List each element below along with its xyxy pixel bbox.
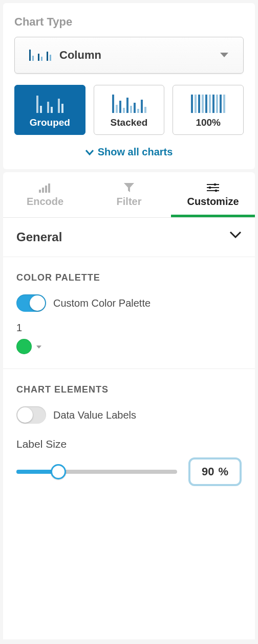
color-swatch-picker[interactable] xyxy=(16,339,242,354)
tab-label: Customize xyxy=(187,196,239,208)
custom-palette-label: Custom Color Palette xyxy=(53,297,150,309)
hundred-pct-bars-icon xyxy=(177,93,239,113)
svg-rect-1 xyxy=(42,188,44,193)
tab-filter[interactable]: Filter xyxy=(87,172,171,217)
label-size-value: 90 xyxy=(202,465,214,478)
funnel-icon xyxy=(123,182,135,193)
label-size-input[interactable]: 90 % xyxy=(188,457,242,486)
dropdown-left: Column xyxy=(29,49,101,62)
settings-tabs-panel: Encode Filter Customize xyxy=(3,172,255,218)
show-all-charts-link[interactable]: Show all charts xyxy=(14,146,244,158)
tab-label: Encode xyxy=(27,196,63,208)
sliders-icon xyxy=(207,182,219,193)
svg-rect-2 xyxy=(45,186,47,193)
chevron-down-icon xyxy=(36,342,42,351)
chart-type-panel: Chart Type Column xyxy=(3,3,255,169)
svg-rect-7 xyxy=(214,183,216,186)
bars-ascending-icon xyxy=(39,182,51,193)
subtype-label: Grouped xyxy=(19,117,81,128)
custom-palette-toggle[interactable] xyxy=(16,294,46,312)
data-value-labels-label: Data Value Labels xyxy=(53,409,136,421)
svg-rect-8 xyxy=(209,187,211,189)
swatch-index-label: 1 xyxy=(16,322,242,334)
chart-elements-heading: Chart Elements xyxy=(16,384,242,395)
svg-rect-0 xyxy=(39,190,41,193)
tab-encode[interactable]: Encode xyxy=(3,172,87,217)
chevron-down-icon xyxy=(85,149,94,155)
accordion-title: General xyxy=(16,230,62,244)
tab-customize[interactable]: Customize xyxy=(171,172,255,217)
data-value-labels-toggle[interactable] xyxy=(16,406,46,424)
subtype-label: 100% xyxy=(177,117,239,128)
subtype-stacked[interactable]: Stacked xyxy=(94,85,165,135)
chevron-down-icon xyxy=(220,52,229,58)
chart-type-title: Chart Type xyxy=(14,15,244,29)
color-swatch xyxy=(16,339,32,354)
svg-rect-3 xyxy=(48,183,50,193)
chart-elements-section: Chart Elements Data Value Labels Label S… xyxy=(3,369,255,507)
accordion-general[interactable]: General xyxy=(3,218,255,257)
color-palette-section: Color Palette Custom Color Palette 1 xyxy=(3,257,255,369)
stacked-bars-icon xyxy=(98,93,160,113)
chevron-down-icon xyxy=(229,231,242,243)
svg-rect-9 xyxy=(215,190,217,192)
subtype-label: Stacked xyxy=(98,117,160,128)
color-palette-heading: Color Palette xyxy=(16,272,242,283)
subtype-row: Grouped Stacked 100% xyxy=(14,85,244,135)
column-chart-icon xyxy=(29,50,51,61)
subtype-grouped[interactable]: Grouped xyxy=(14,85,85,135)
label-size-title: Label Size xyxy=(16,438,242,450)
tab-label: Filter xyxy=(117,196,142,208)
grouped-bars-icon xyxy=(19,93,81,113)
chart-type-dropdown[interactable]: Column xyxy=(14,37,244,74)
subtype-100[interactable]: 100% xyxy=(173,85,244,135)
settings-tabs: Encode Filter Customize xyxy=(3,172,255,218)
chart-type-selected-label: Column xyxy=(59,49,101,62)
label-size-unit: % xyxy=(218,465,228,478)
show-all-label: Show all charts xyxy=(98,146,173,158)
empty-space xyxy=(3,507,255,639)
label-size-slider[interactable] xyxy=(16,464,177,480)
